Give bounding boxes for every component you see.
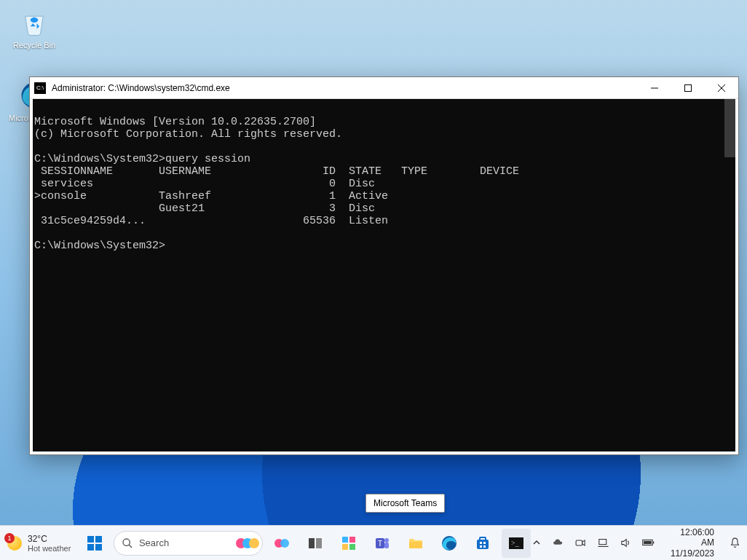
svg-text:T: T xyxy=(378,540,382,548)
taskbar-center: Search T >_ xyxy=(80,529,531,558)
svg-rect-28 xyxy=(483,542,486,544)
terminal-line: >console Tashreef 1 Active xyxy=(34,190,388,202)
taskbar-teams[interactable]: T xyxy=(368,529,397,558)
search-highlight-icon xyxy=(236,538,259,548)
svg-rect-29 xyxy=(480,545,482,548)
tray-onedrive-icon[interactable] xyxy=(552,537,564,549)
svg-rect-7 xyxy=(87,544,94,551)
terminal-line: (c) Microsoft Corporation. All rights re… xyxy=(34,128,342,141)
close-button[interactable] xyxy=(705,77,738,99)
svg-rect-34 xyxy=(599,540,606,545)
svg-rect-37 xyxy=(653,542,654,544)
svg-rect-26 xyxy=(480,537,486,540)
terminal-line: Guest21 3 Disc xyxy=(34,202,375,215)
svg-point-9 xyxy=(123,539,130,545)
search-icon xyxy=(122,537,133,549)
desktop-icon-label: Recycle Bin xyxy=(9,41,60,50)
tray-network-icon[interactable] xyxy=(597,537,609,549)
scrollbar-thumb[interactable] xyxy=(724,99,735,157)
taskbar-edge[interactable] xyxy=(435,529,464,558)
taskbar-task-view[interactable] xyxy=(301,529,330,558)
tray-overflow-icon[interactable] xyxy=(531,537,542,549)
svg-rect-18 xyxy=(349,544,355,550)
svg-rect-2 xyxy=(685,84,692,91)
search-box[interactable]: Search xyxy=(114,531,263,556)
taskbar-file-explorer[interactable] xyxy=(401,529,430,558)
window-title: Administrator: C:\Windows\system32\cmd.e… xyxy=(52,83,638,93)
svg-rect-8 xyxy=(95,544,102,551)
terminal-line: SESSIONNAME USERNAME ID STATE TYPE DEVIC… xyxy=(34,165,519,178)
terminal-line: Microsoft Windows [Version 10.0.22635.27… xyxy=(34,116,316,128)
tray-volume-icon[interactable] xyxy=(620,537,632,549)
weather-icon: 1 xyxy=(7,536,22,551)
svg-rect-13 xyxy=(309,538,315,548)
taskbar-cmd[interactable]: >_ xyxy=(502,529,531,558)
terminal-line: C:\Windows\System32>query session xyxy=(34,153,250,165)
svg-point-12 xyxy=(280,539,289,548)
tray-meet-now-icon[interactable] xyxy=(574,537,587,549)
svg-rect-33 xyxy=(577,540,583,545)
svg-rect-38 xyxy=(644,541,652,544)
weather-desc: Hot weather xyxy=(28,544,71,553)
cmd-window[interactable]: C:\ Administrator: C:\Windows\system32\c… xyxy=(29,76,739,455)
system-tray: 12:06:00 AM 11/19/2023 xyxy=(531,527,747,559)
weather-temp: 32°C xyxy=(28,534,71,544)
tray-time: 12:06:00 AM xyxy=(669,527,714,548)
svg-rect-16 xyxy=(349,537,355,543)
terminal-line: services 0 Disc xyxy=(34,178,375,190)
svg-rect-21 xyxy=(384,543,389,548)
svg-point-20 xyxy=(384,538,389,543)
maximize-button[interactable] xyxy=(671,77,705,99)
recycle-bin-icon xyxy=(19,7,50,38)
tray-date: 11/19/2023 xyxy=(669,548,714,559)
svg-rect-23 xyxy=(409,542,422,548)
desktop-icon-recycle-bin[interactable]: Recycle Bin xyxy=(9,7,60,50)
tray-clock[interactable]: 12:06:00 AM 11/19/2023 xyxy=(665,527,719,559)
svg-line-10 xyxy=(129,545,132,548)
tray-notifications-icon[interactable] xyxy=(729,537,741,549)
cmd-icon: C:\ xyxy=(34,82,46,94)
terminal-line: C:\Windows\System32> xyxy=(34,240,165,252)
svg-rect-17 xyxy=(342,544,348,550)
terminal-line: 31c5ce94259d4... 65536 Listen xyxy=(34,215,388,227)
weather-badge: 1 xyxy=(4,533,15,543)
taskbar-tooltip: Microsoft Teams xyxy=(365,494,445,513)
terminal-output[interactable]: Microsoft Windows [Version 10.0.22635.27… xyxy=(33,99,735,451)
minimize-button[interactable] xyxy=(638,77,671,99)
svg-rect-15 xyxy=(342,537,348,543)
svg-rect-6 xyxy=(95,536,102,543)
taskbar-widgets[interactable] xyxy=(334,529,363,558)
titlebar[interactable]: C:\ Administrator: C:\Windows\system32\c… xyxy=(30,77,738,99)
tray-battery-icon[interactable] xyxy=(642,537,655,549)
svg-rect-5 xyxy=(87,536,94,543)
taskbar-store[interactable] xyxy=(468,529,497,558)
taskbar-copilot[interactable] xyxy=(267,529,296,558)
weather-widget[interactable]: 1 32°C Hot weather xyxy=(0,534,74,553)
svg-rect-27 xyxy=(480,542,482,544)
svg-rect-14 xyxy=(316,538,322,548)
search-placeholder: Search xyxy=(139,537,169,548)
start-button[interactable] xyxy=(80,529,109,558)
taskbar: 1 32°C Hot weather Search xyxy=(0,525,747,560)
svg-rect-30 xyxy=(483,545,486,548)
svg-text:>_: >_ xyxy=(511,539,520,547)
